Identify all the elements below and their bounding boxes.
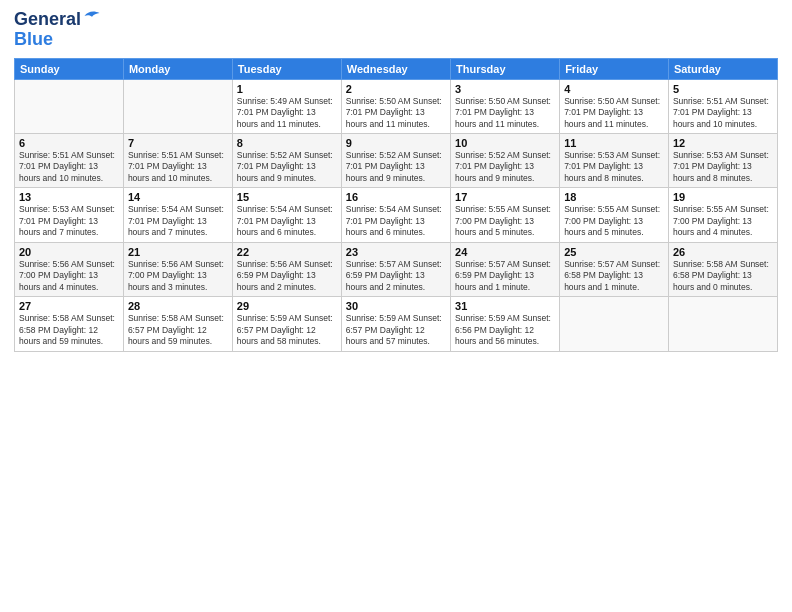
day-info: Sunrise: 5:54 AM Sunset: 7:01 PM Dayligh… xyxy=(346,204,446,238)
day-number: 16 xyxy=(346,191,446,203)
calendar-cell xyxy=(560,297,669,351)
logo-bird-icon xyxy=(83,7,101,25)
calendar-cell: 19Sunrise: 5:55 AM Sunset: 7:00 PM Dayli… xyxy=(668,188,777,242)
day-info: Sunrise: 5:55 AM Sunset: 7:00 PM Dayligh… xyxy=(673,204,773,238)
day-info: Sunrise: 5:56 AM Sunset: 7:00 PM Dayligh… xyxy=(128,259,228,293)
day-number: 13 xyxy=(19,191,119,203)
day-number: 6 xyxy=(19,137,119,149)
day-number: 10 xyxy=(455,137,555,149)
calendar-week-1: 1Sunrise: 5:49 AM Sunset: 7:01 PM Daylig… xyxy=(15,79,778,133)
calendar-cell: 2Sunrise: 5:50 AM Sunset: 7:01 PM Daylig… xyxy=(341,79,450,133)
day-info: Sunrise: 5:56 AM Sunset: 7:00 PM Dayligh… xyxy=(19,259,119,293)
calendar-cell: 31Sunrise: 5:59 AM Sunset: 6:56 PM Dayli… xyxy=(451,297,560,351)
day-info: Sunrise: 5:49 AM Sunset: 7:01 PM Dayligh… xyxy=(237,96,337,130)
day-number: 25 xyxy=(564,246,664,258)
day-info: Sunrise: 5:50 AM Sunset: 7:01 PM Dayligh… xyxy=(346,96,446,130)
calendar-header-row: SundayMondayTuesdayWednesdayThursdayFrid… xyxy=(15,58,778,79)
day-info: Sunrise: 5:54 AM Sunset: 7:01 PM Dayligh… xyxy=(128,204,228,238)
calendar-cell: 5Sunrise: 5:51 AM Sunset: 7:01 PM Daylig… xyxy=(668,79,777,133)
day-number: 14 xyxy=(128,191,228,203)
day-number: 18 xyxy=(564,191,664,203)
day-number: 23 xyxy=(346,246,446,258)
day-number: 29 xyxy=(237,300,337,312)
day-number: 7 xyxy=(128,137,228,149)
day-info: Sunrise: 5:58 AM Sunset: 6:58 PM Dayligh… xyxy=(673,259,773,293)
calendar-cell: 3Sunrise: 5:50 AM Sunset: 7:01 PM Daylig… xyxy=(451,79,560,133)
day-number: 15 xyxy=(237,191,337,203)
day-number: 1 xyxy=(237,83,337,95)
day-info: Sunrise: 5:55 AM Sunset: 7:00 PM Dayligh… xyxy=(564,204,664,238)
calendar-cell: 26Sunrise: 5:58 AM Sunset: 6:58 PM Dayli… xyxy=(668,242,777,296)
day-number: 26 xyxy=(673,246,773,258)
day-info: Sunrise: 5:58 AM Sunset: 6:57 PM Dayligh… xyxy=(128,313,228,347)
calendar-cell: 1Sunrise: 5:49 AM Sunset: 7:01 PM Daylig… xyxy=(232,79,341,133)
calendar-cell: 7Sunrise: 5:51 AM Sunset: 7:01 PM Daylig… xyxy=(123,134,232,188)
calendar-cell: 15Sunrise: 5:54 AM Sunset: 7:01 PM Dayli… xyxy=(232,188,341,242)
day-number: 12 xyxy=(673,137,773,149)
day-number: 11 xyxy=(564,137,664,149)
day-info: Sunrise: 5:54 AM Sunset: 7:01 PM Dayligh… xyxy=(237,204,337,238)
day-number: 28 xyxy=(128,300,228,312)
calendar-cell: 4Sunrise: 5:50 AM Sunset: 7:01 PM Daylig… xyxy=(560,79,669,133)
day-number: 8 xyxy=(237,137,337,149)
logo-text-blue: Blue xyxy=(14,30,53,50)
day-info: Sunrise: 5:50 AM Sunset: 7:01 PM Dayligh… xyxy=(564,96,664,130)
day-number: 3 xyxy=(455,83,555,95)
day-info: Sunrise: 5:53 AM Sunset: 7:01 PM Dayligh… xyxy=(564,150,664,184)
calendar-cell: 20Sunrise: 5:56 AM Sunset: 7:00 PM Dayli… xyxy=(15,242,124,296)
day-info: Sunrise: 5:57 AM Sunset: 6:58 PM Dayligh… xyxy=(564,259,664,293)
calendar-cell: 8Sunrise: 5:52 AM Sunset: 7:01 PM Daylig… xyxy=(232,134,341,188)
calendar-cell: 18Sunrise: 5:55 AM Sunset: 7:00 PM Dayli… xyxy=(560,188,669,242)
day-info: Sunrise: 5:55 AM Sunset: 7:00 PM Dayligh… xyxy=(455,204,555,238)
day-info: Sunrise: 5:53 AM Sunset: 7:01 PM Dayligh… xyxy=(673,150,773,184)
calendar-cell: 23Sunrise: 5:57 AM Sunset: 6:59 PM Dayli… xyxy=(341,242,450,296)
day-number: 19 xyxy=(673,191,773,203)
col-header-thursday: Thursday xyxy=(451,58,560,79)
calendar-week-5: 27Sunrise: 5:58 AM Sunset: 6:58 PM Dayli… xyxy=(15,297,778,351)
day-info: Sunrise: 5:51 AM Sunset: 7:01 PM Dayligh… xyxy=(128,150,228,184)
calendar-cell: 17Sunrise: 5:55 AM Sunset: 7:00 PM Dayli… xyxy=(451,188,560,242)
day-info: Sunrise: 5:56 AM Sunset: 6:59 PM Dayligh… xyxy=(237,259,337,293)
day-info: Sunrise: 5:51 AM Sunset: 7:01 PM Dayligh… xyxy=(673,96,773,130)
calendar-cell: 16Sunrise: 5:54 AM Sunset: 7:01 PM Dayli… xyxy=(341,188,450,242)
calendar-cell: 11Sunrise: 5:53 AM Sunset: 7:01 PM Dayli… xyxy=(560,134,669,188)
col-header-sunday: Sunday xyxy=(15,58,124,79)
day-number: 4 xyxy=(564,83,664,95)
day-number: 30 xyxy=(346,300,446,312)
day-info: Sunrise: 5:59 AM Sunset: 6:56 PM Dayligh… xyxy=(455,313,555,347)
day-number: 24 xyxy=(455,246,555,258)
day-number: 22 xyxy=(237,246,337,258)
day-info: Sunrise: 5:50 AM Sunset: 7:01 PM Dayligh… xyxy=(455,96,555,130)
day-info: Sunrise: 5:58 AM Sunset: 6:58 PM Dayligh… xyxy=(19,313,119,347)
day-info: Sunrise: 5:52 AM Sunset: 7:01 PM Dayligh… xyxy=(455,150,555,184)
calendar-week-4: 20Sunrise: 5:56 AM Sunset: 7:00 PM Dayli… xyxy=(15,242,778,296)
calendar-cell: 27Sunrise: 5:58 AM Sunset: 6:58 PM Dayli… xyxy=(15,297,124,351)
col-header-tuesday: Tuesday xyxy=(232,58,341,79)
calendar-cell xyxy=(123,79,232,133)
day-info: Sunrise: 5:53 AM Sunset: 7:01 PM Dayligh… xyxy=(19,204,119,238)
day-number: 17 xyxy=(455,191,555,203)
day-number: 5 xyxy=(673,83,773,95)
calendar-week-3: 13Sunrise: 5:53 AM Sunset: 7:01 PM Dayli… xyxy=(15,188,778,242)
calendar-cell: 14Sunrise: 5:54 AM Sunset: 7:01 PM Dayli… xyxy=(123,188,232,242)
calendar-table: SundayMondayTuesdayWednesdayThursdayFrid… xyxy=(14,58,778,352)
day-number: 27 xyxy=(19,300,119,312)
col-header-monday: Monday xyxy=(123,58,232,79)
calendar-cell: 21Sunrise: 5:56 AM Sunset: 7:00 PM Dayli… xyxy=(123,242,232,296)
calendar-cell: 28Sunrise: 5:58 AM Sunset: 6:57 PM Dayli… xyxy=(123,297,232,351)
calendar-week-2: 6Sunrise: 5:51 AM Sunset: 7:01 PM Daylig… xyxy=(15,134,778,188)
day-number: 31 xyxy=(455,300,555,312)
day-number: 21 xyxy=(128,246,228,258)
day-info: Sunrise: 5:59 AM Sunset: 6:57 PM Dayligh… xyxy=(346,313,446,347)
day-info: Sunrise: 5:51 AM Sunset: 7:01 PM Dayligh… xyxy=(19,150,119,184)
calendar-cell: 13Sunrise: 5:53 AM Sunset: 7:01 PM Dayli… xyxy=(15,188,124,242)
calendar-cell xyxy=(668,297,777,351)
day-info: Sunrise: 5:52 AM Sunset: 7:01 PM Dayligh… xyxy=(237,150,337,184)
calendar-cell: 30Sunrise: 5:59 AM Sunset: 6:57 PM Dayli… xyxy=(341,297,450,351)
page-header: General Blue xyxy=(14,10,778,50)
col-header-friday: Friday xyxy=(560,58,669,79)
logo: General Blue xyxy=(14,10,101,50)
calendar-cell: 25Sunrise: 5:57 AM Sunset: 6:58 PM Dayli… xyxy=(560,242,669,296)
day-number: 9 xyxy=(346,137,446,149)
day-number: 2 xyxy=(346,83,446,95)
